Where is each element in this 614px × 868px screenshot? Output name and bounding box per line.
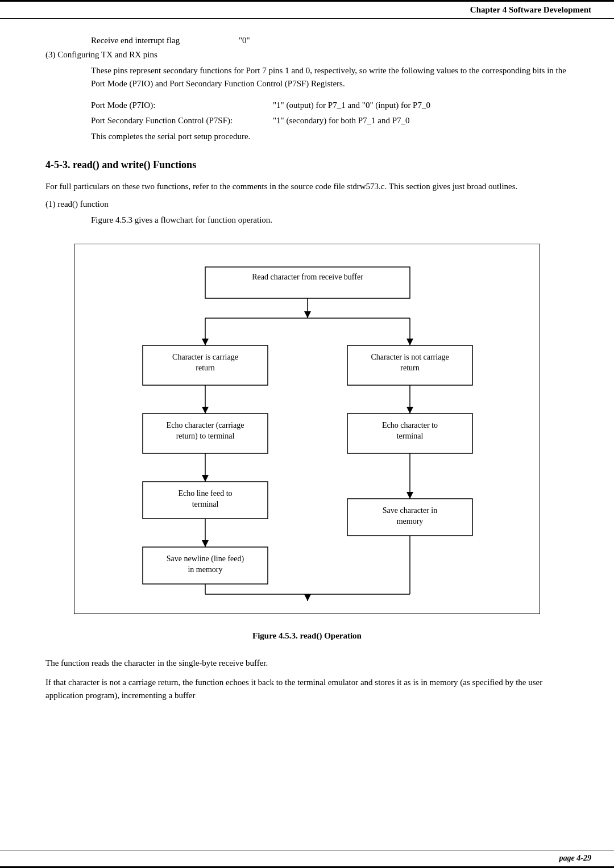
config-item: (3) Configuring TX and RX pins [45, 50, 569, 60]
svg-text:Character is carriage: Character is carriage [172, 353, 238, 361]
read-item-text: (1) read() function [45, 199, 109, 208]
section-desc1: For full particulars on these two functi… [45, 180, 569, 193]
svg-text:Echo character to: Echo character to [382, 421, 438, 429]
svg-text:return: return [196, 364, 214, 372]
svg-text:memory: memory [397, 517, 424, 525]
page: Chapter 4 Software Development Receive e… [0, 0, 614, 868]
config-item-text: (3) Configuring TX and RX pins [45, 50, 157, 59]
svg-marker-18 [406, 407, 413, 414]
svg-marker-45 [304, 594, 311, 601]
receive-flag-line: Receive end interrupt flag "0" [91, 36, 569, 45]
svg-marker-16 [202, 407, 209, 414]
svg-marker-28 [406, 492, 413, 499]
svg-marker-36 [202, 540, 209, 547]
svg-marker-8 [406, 339, 413, 345]
svg-text:Save character in: Save character in [383, 506, 437, 515]
footer-bar: page 4-29 [0, 850, 614, 868]
flowchart-svg: Read character from receive buffer Chara… [86, 261, 529, 602]
flowchart-container: Read character from receive buffer Chara… [74, 244, 540, 614]
body-text2: If that character is not a carriage retu… [45, 676, 569, 702]
page-content: Receive end interrupt flag "0" (3) Confi… [0, 36, 614, 754]
svg-marker-26 [202, 475, 209, 482]
port-secondary-value: "1" (secondary) for both P7_1 and P7_0 [273, 114, 569, 127]
svg-rect-0 [205, 267, 410, 298]
flowchart-caption: Figure 4.5.3. read() Operation [45, 631, 569, 641]
body-text1: The function reads the character in the … [45, 657, 569, 670]
read-item: (1) read() function [45, 199, 569, 209]
svg-marker-3 [304, 311, 311, 318]
header-bar: Chapter 4 Software Development [0, 0, 614, 19]
port-complete: This completes the serial port setup pro… [91, 130, 569, 143]
config-desc-block: These pins represent secondary functions… [91, 64, 569, 143]
receive-flag-label: Receive end interrupt flag [91, 36, 239, 45]
svg-text:terminal: terminal [192, 500, 219, 508]
svg-text:terminal: terminal [397, 432, 424, 440]
port-mode-value: "1" (output) for P7_1 and "0" (input) fo… [273, 99, 569, 112]
port-info: Port Mode (P7IO): "1" (output) for P7_1 … [91, 99, 569, 143]
header-title: Chapter 4 Software Development [470, 5, 591, 14]
svg-text:Character is not carriage: Character is not carriage [371, 353, 449, 361]
port-secondary-label: Port Secondary Function Control (P7SF): [91, 114, 273, 127]
svg-text:Save newline (line feed): Save newline (line feed) [167, 554, 244, 564]
receive-flag-value: "0" [239, 36, 250, 45]
svg-text:Echo character (carriage: Echo character (carriage [167, 421, 244, 430]
svg-text:return) to terminal: return) to terminal [176, 432, 235, 441]
read-desc-block: Figure 4.5.3 gives a flowchart for funct… [91, 214, 569, 227]
svg-text:return: return [400, 364, 419, 372]
config-desc: These pins represent secondary functions… [91, 64, 569, 90]
port-mode-label: Port Mode (P7IO): [91, 99, 273, 112]
section-heading: 4-5-3. read() and write() Functions [45, 159, 569, 171]
svg-text:Echo line feed to: Echo line feed to [178, 489, 232, 498]
svg-text:Read character from receive bu: Read character from receive buffer [252, 273, 363, 281]
port-secondary-row: Port Secondary Function Control (P7SF): … [91, 114, 569, 127]
read-desc: Figure 4.5.3 gives a flowchart for funct… [91, 214, 569, 227]
port-mode-row: Port Mode (P7IO): "1" (output) for P7_1 … [91, 99, 569, 112]
svg-text:in memory: in memory [188, 565, 222, 574]
flowchart-caption-text: Figure 4.5.3. read() Operation [252, 631, 362, 640]
page-number: page 4-29 [559, 854, 591, 862]
svg-marker-6 [202, 339, 209, 345]
